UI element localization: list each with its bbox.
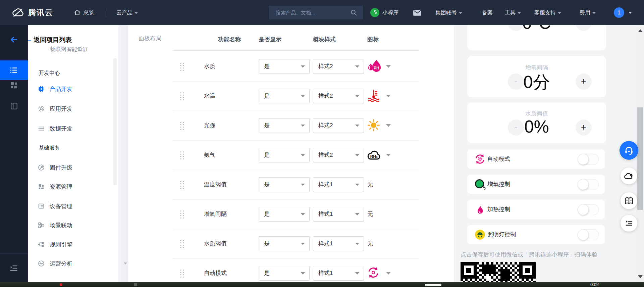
heater-toggle[interactable] bbox=[578, 204, 599, 215]
search-input[interactable]: 搜索产品、文档... bbox=[269, 6, 363, 19]
cloud-notify-button[interactable] bbox=[621, 168, 637, 184]
rail-back-arrow[interactable] bbox=[9, 35, 19, 46]
drag-handle[interactable] bbox=[179, 209, 184, 219]
drag-handle[interactable] bbox=[179, 121, 184, 130]
plus-button[interactable]: + bbox=[576, 74, 592, 90]
chevron-down-icon bbox=[355, 184, 359, 186]
drag-handle[interactable] bbox=[179, 180, 184, 189]
nh3-cloud-icon[interactable]: NH₃ bbox=[367, 148, 382, 162]
visible-select[interactable]: 是 bbox=[259, 148, 310, 162]
visible-select[interactable]: 是 bbox=[259, 59, 310, 74]
visible-select[interactable]: 是 bbox=[259, 266, 310, 281]
rail-item-panel[interactable] bbox=[10, 102, 18, 112]
icon-select-caret[interactable] bbox=[386, 272, 391, 275]
visible-select[interactable]: 是 bbox=[259, 207, 310, 222]
scroll-up-arrow[interactable] bbox=[638, 29, 643, 32]
drag-handle[interactable] bbox=[179, 62, 184, 71]
scroll-down-arrow[interactable] bbox=[638, 275, 643, 278]
sidebar-item-devices[interactable]: 设备管理 bbox=[38, 200, 115, 213]
mail-icon[interactable] bbox=[413, 9, 422, 17]
visible-select[interactable]: 是 bbox=[259, 177, 310, 192]
avatar[interactable]: 1 bbox=[614, 7, 624, 18]
visible-select[interactable]: 是 bbox=[259, 236, 310, 251]
table-row: 增氧间隔 是 样式1 无 bbox=[173, 199, 419, 229]
cloud-bell-icon bbox=[624, 171, 634, 181]
rail-item-list-active[interactable] bbox=[0, 60, 28, 80]
nav-mini-program[interactable]: 小程序 bbox=[382, 0, 398, 25]
chevron-down-icon bbox=[592, 12, 596, 14]
scrollbar-thumb[interactable] bbox=[637, 107, 643, 210]
thermometer-icon[interactable] bbox=[367, 89, 382, 103]
nav-tools[interactable]: 工具 bbox=[505, 0, 521, 25]
docs-button[interactable] bbox=[621, 192, 637, 209]
style-select[interactable]: 样式2 bbox=[313, 89, 364, 103]
nav-cloud-products[interactable]: 云产品 bbox=[116, 0, 138, 25]
chevron-down-icon bbox=[558, 12, 561, 14]
table-row: 氨气 是 样式2 NH₃ bbox=[173, 140, 419, 170]
style-select[interactable]: 样式2 bbox=[313, 59, 364, 74]
style-select[interactable]: 样式1 bbox=[313, 266, 364, 281]
chevron-down-icon bbox=[301, 243, 305, 245]
nav-billing[interactable]: 费用 bbox=[580, 0, 596, 25]
plus-button[interactable]: + bbox=[576, 119, 592, 136]
style-select[interactable]: 样式2 bbox=[313, 148, 364, 162]
style-select[interactable]: 样式2 bbox=[313, 118, 364, 133]
rail-divider bbox=[0, 253, 28, 254]
auto-mode-toggle[interactable] bbox=[578, 154, 599, 165]
sun-icon[interactable] bbox=[367, 118, 382, 133]
brand-name[interactable]: 腾讯云 bbox=[28, 0, 53, 25]
sidebar-item-analytics[interactable]: 运营分析 bbox=[38, 257, 115, 271]
visible-select[interactable]: 是 bbox=[259, 118, 310, 133]
sidebar-scrollbar[interactable] bbox=[113, 58, 117, 186]
sidebar-item-product-dev[interactable]: 产品开发 bbox=[38, 83, 115, 96]
nav-divider bbox=[106, 8, 106, 17]
oxygen-toggle[interactable] bbox=[578, 179, 599, 190]
icon-select-caret[interactable] bbox=[386, 154, 391, 156]
scan-hint-text: 点击保存后可使用微信或「腾讯连连小程序」扫码体验 bbox=[461, 251, 597, 258]
sidebar-item-firmware[interactable]: 固件升级 bbox=[38, 161, 115, 175]
svg-text:NH₃: NH₃ bbox=[370, 154, 378, 158]
sidebar-item-data-dev[interactable]: 数据开发 bbox=[38, 122, 115, 136]
chevron-down-icon bbox=[301, 125, 305, 127]
back-to-project-list[interactable]: ← 返回项目列表 bbox=[34, 36, 72, 44]
sidebar-item-app-dev[interactable]: 应用开发 bbox=[38, 102, 115, 116]
style-select[interactable]: 样式1 bbox=[313, 207, 364, 222]
mini-program-icon[interactable] bbox=[370, 8, 379, 17]
tencent-cloud-console: - 0°C + 增氧间隔 - 0分 + 水质阀值 - 0% + bbox=[0, 0, 644, 287]
nav-overview[interactable]: 总览 bbox=[84, 0, 94, 25]
nav-group-account[interactable]: 集团账号 bbox=[435, 0, 462, 25]
tencent-cloud-logo[interactable] bbox=[11, 7, 25, 19]
icon-select-caret[interactable] bbox=[386, 65, 391, 68]
visible-select[interactable]: 是 bbox=[259, 89, 310, 103]
light-toggle[interactable] bbox=[578, 229, 599, 240]
nav-beian[interactable]: 备案 bbox=[482, 0, 493, 25]
toggle-knob bbox=[578, 229, 589, 240]
sidebar-item-rule-engine[interactable]: 规则引擎 bbox=[38, 238, 115, 251]
sidebar-item-resources[interactable]: 资源管理 bbox=[38, 180, 115, 194]
drag-handle[interactable] bbox=[179, 91, 184, 100]
guide-button[interactable] bbox=[621, 215, 637, 232]
style-select[interactable]: 样式1 bbox=[313, 177, 364, 192]
auto-arrows-icon[interactable] bbox=[367, 266, 382, 281]
icon-select-caret[interactable] bbox=[386, 95, 391, 97]
no-icon-text: 无 bbox=[367, 170, 373, 199]
toggle-row: 加热控制 bbox=[467, 200, 605, 219]
icon-select-caret[interactable] bbox=[386, 124, 391, 127]
search-icon bbox=[350, 9, 358, 16]
rail-item-grid[interactable] bbox=[10, 81, 18, 91]
drag-handle[interactable] bbox=[179, 269, 184, 278]
style-select[interactable]: 样式1 bbox=[313, 236, 364, 251]
sidebar-item-scene-link[interactable]: 场景联动 bbox=[38, 219, 115, 232]
nav-support[interactable]: 客服支持 bbox=[534, 0, 561, 25]
ph-drop-icon[interactable]: PH bbox=[367, 59, 382, 74]
no-icon-text: 无 bbox=[367, 229, 373, 258]
chevron-down-icon bbox=[355, 125, 359, 127]
drag-handle[interactable] bbox=[179, 150, 184, 159]
toggle-knob bbox=[578, 204, 589, 215]
account-chevron-icon[interactable] bbox=[629, 12, 632, 14]
customer-service-button[interactable] bbox=[620, 141, 638, 160]
toggle-label: 增氧控制 bbox=[487, 175, 510, 194]
chevron-down-icon bbox=[355, 272, 359, 275]
collapse-sidebar-icon[interactable] bbox=[9, 264, 18, 274]
drag-handle[interactable] bbox=[179, 239, 184, 248]
